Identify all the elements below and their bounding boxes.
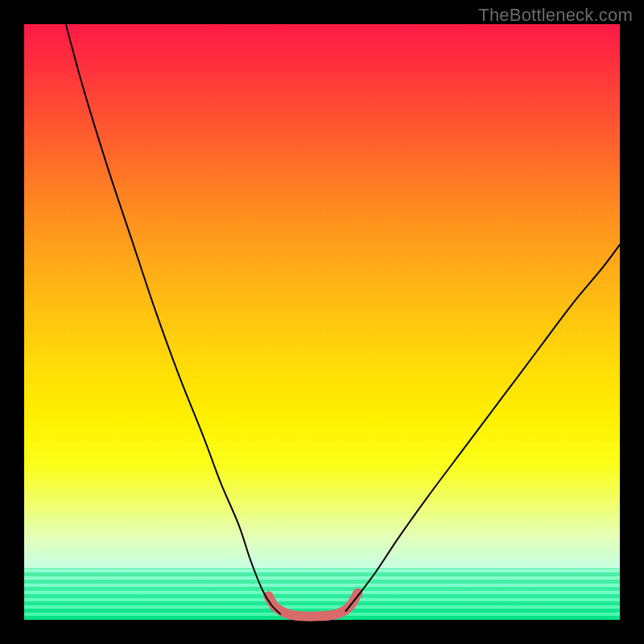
valley-highlight-path bbox=[268, 593, 357, 617]
chart-svg bbox=[24, 24, 620, 620]
chart-frame: TheBottleneck.com bbox=[0, 0, 644, 644]
right-curve-path bbox=[346, 245, 620, 611]
watermark-text: TheBottleneck.com bbox=[478, 5, 633, 26]
left-curve-path bbox=[66, 24, 280, 614]
plot-area bbox=[24, 24, 620, 620]
